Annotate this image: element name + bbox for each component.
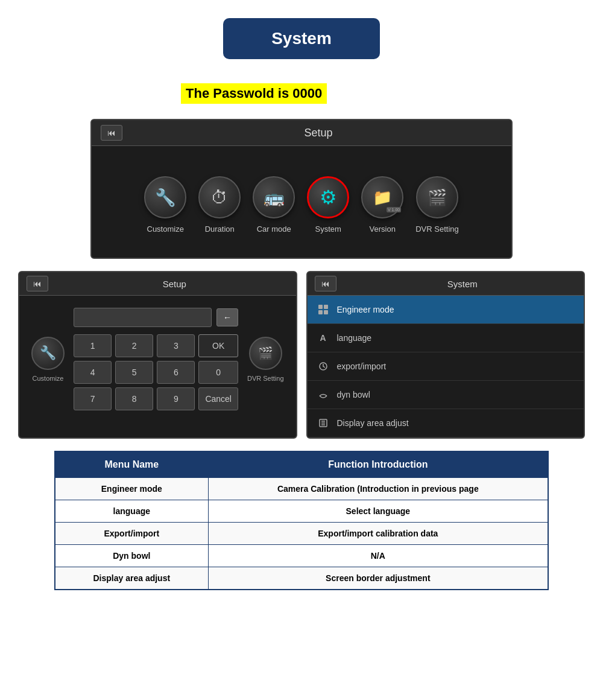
cancel-button[interactable]: Cancel — [198, 387, 238, 410]
table-cell-function: Screen border adjustment — [208, 567, 548, 590]
icon-item-duration[interactable]: Duration — [198, 176, 241, 234]
version-label: Version — [370, 224, 396, 234]
version-icon — [373, 188, 392, 207]
dynbowl-icon — [317, 388, 330, 401]
dvrsetting-label: DVR Setting — [415, 224, 459, 234]
system-label: System — [315, 224, 341, 234]
carmode-label: Car mode — [257, 224, 291, 234]
system-icon-circle — [307, 176, 349, 218]
svg-rect-0 — [318, 305, 323, 309]
displayarea-label: Display area adjust — [337, 418, 409, 428]
icon-item-customize[interactable]: Customize — [144, 176, 186, 234]
menu-item-dynbowl[interactable]: dyn bowl — [308, 381, 584, 409]
customize-icon — [155, 188, 176, 208]
language-label: language — [337, 333, 372, 343]
carmode-icon-circle — [253, 176, 295, 218]
duration-icon — [211, 188, 228, 208]
menu-item-language[interactable]: A language — [308, 324, 584, 352]
setup-screen-top: ⏮ Setup Customize Duration Car mode — [90, 119, 513, 259]
num-2[interactable]: 2 — [115, 334, 153, 357]
num-1[interactable]: 1 — [74, 334, 112, 357]
num-7[interactable]: 7 — [74, 387, 112, 410]
info-table: Menu Name Function Introduction Engineer… — [54, 451, 549, 590]
bottom-panels: ⏮ Setup 🔧 Customize ← 1 2 3 — [18, 271, 585, 439]
back-button-top[interactable]: ⏮ — [101, 125, 122, 141]
dvr-label-small: DVR Setting — [247, 375, 284, 382]
table-cell-name: language — [55, 500, 208, 523]
table-row: Export/importExport/import calibration d… — [55, 523, 548, 545]
svg-rect-2 — [318, 310, 323, 314]
version-badge: V 1.00 — [387, 207, 401, 212]
panel-right: ⏮ System Engineer mode A language export… — [306, 271, 586, 439]
carmode-icon — [264, 188, 285, 208]
icon-item-version[interactable]: V 1.00 Version — [361, 176, 403, 234]
svg-rect-1 — [324, 305, 328, 309]
back-button-left[interactable]: ⏮ — [27, 276, 48, 291]
panel-left-title: Setup — [60, 279, 289, 289]
table-cell-function: Select language — [208, 500, 548, 523]
table-row: Display area adjustScreen border adjustm… — [55, 567, 548, 590]
table-row: languageSelect language — [55, 500, 548, 523]
icon-item-dvrsetting[interactable]: DVR Setting — [415, 176, 459, 234]
num-3[interactable]: 3 — [157, 334, 195, 357]
col2-header: Function Introduction — [208, 451, 548, 478]
num-5[interactable]: 5 — [115, 361, 153, 384]
version-icon-circle: V 1.00 — [361, 176, 403, 218]
back-button-right[interactable]: ⏮ — [315, 276, 336, 291]
table-cell-function: Camera Calibration (Introduction in prev… — [208, 478, 548, 500]
num-6[interactable]: 6 — [157, 361, 195, 384]
system-menu: Engineer mode A language export/import d… — [308, 296, 584, 438]
table-cell-name: Display area adjust — [55, 567, 208, 590]
engineer-icon — [317, 303, 330, 316]
table-cell-function: Export/import calibration data — [208, 523, 548, 545]
menu-item-displayarea[interactable]: Display area adjust — [308, 409, 584, 438]
num-8[interactable]: 8 — [115, 387, 153, 410]
setup-icons-area: Customize Duration Car mode System — [92, 146, 511, 258]
page-header: System — [0, 0, 603, 71]
table-cell-name: Engineer mode — [55, 478, 208, 500]
panel-right-header: ⏮ System — [308, 272, 584, 296]
title-box: System — [223, 18, 380, 59]
dvr-icon-small: 🎬 — [249, 337, 282, 370]
password-note: The Passwold is 0000 — [181, 83, 327, 104]
backspace-button[interactable]: ← — [216, 308, 238, 326]
setup-header: ⏮ Setup — [92, 120, 511, 146]
icon-item-carmode[interactable]: Car mode — [253, 176, 295, 234]
ok-button[interactable]: OK — [198, 334, 238, 357]
left-customize-area: 🔧 Customize — [31, 337, 65, 382]
customize-icon-circle — [144, 176, 186, 218]
duration-icon-circle — [198, 176, 241, 218]
icon-item-system[interactable]: System — [307, 176, 349, 234]
num-4[interactable]: 4 — [74, 361, 112, 384]
num-9[interactable]: 9 — [157, 387, 195, 410]
password-display: ← — [74, 308, 238, 327]
numpad-area: ← 1 2 3 OK 4 5 6 0 7 8 9 Cancel — [74, 308, 238, 410]
left-customize-icon: 🔧 — [31, 337, 65, 370]
exportimport-label: export/import — [337, 361, 387, 371]
table-row: Dyn bowlN/A — [55, 545, 548, 567]
exportimport-icon — [317, 360, 330, 373]
duration-label: Duration — [205, 224, 235, 234]
panel-left: ⏮ Setup 🔧 Customize ← 1 2 3 — [18, 271, 297, 439]
table-row: Engineer modeCamera Calibration (Introdu… — [55, 478, 548, 500]
dvr-icon-right: 🎬 DVR Setting — [247, 337, 284, 382]
dvr-icon — [428, 188, 447, 207]
password-input[interactable] — [74, 308, 212, 327]
col1-header: Menu Name — [55, 451, 208, 478]
language-icon: A — [317, 331, 330, 345]
table-cell-name: Dyn bowl — [55, 545, 208, 567]
setup-title-top: Setup — [134, 127, 502, 139]
displayarea-icon — [317, 416, 330, 430]
numpad: 1 2 3 OK 4 5 6 0 7 8 9 Cancel — [74, 334, 238, 410]
menu-item-exportimport[interactable]: export/import — [308, 352, 584, 381]
menu-item-engineer[interactable]: Engineer mode — [308, 296, 584, 324]
panel-left-content: 🔧 Customize ← 1 2 3 OK 4 5 6 0 — [19, 296, 296, 422]
dynbowl-label: dyn bowl — [337, 390, 370, 399]
page-title: System — [271, 29, 332, 48]
num-0[interactable]: 0 — [198, 361, 238, 384]
system-icon — [320, 186, 337, 209]
svg-rect-3 — [324, 310, 328, 314]
left-customize-label: Customize — [33, 375, 64, 382]
panel-left-header: ⏮ Setup — [19, 272, 296, 296]
table-cell-name: Export/import — [55, 523, 208, 545]
